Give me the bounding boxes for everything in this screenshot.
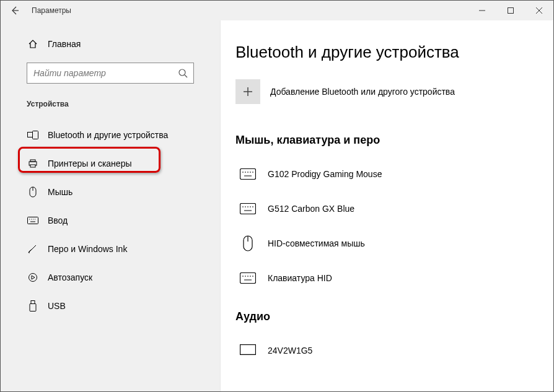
svg-rect-21 [31, 301, 35, 304]
pen-icon [27, 244, 39, 254]
device-item[interactable]: HID-совместимая мышь [235, 226, 553, 261]
device-label: 24V2W1G5 [260, 346, 312, 355]
maximize-button[interactable] [496, 1, 525, 20]
content-area: Bluetooth и другие устройства Добавление… [221, 20, 553, 391]
back-button[interactable] [1, 1, 29, 20]
keyboard-icon [235, 203, 260, 214]
sidebar-home-label: Главная [39, 39, 81, 49]
search-icon [172, 68, 193, 78]
usb-icon [27, 300, 39, 311]
sidebar-item-bluetooth[interactable]: Bluetooth и другие устройства [1, 121, 220, 149]
device-item[interactable]: G102 Prodigy Gaming Mouse [235, 157, 553, 191]
sidebar-home[interactable]: Главная [1, 32, 220, 56]
device-group-title-audio: Аудио [235, 295, 553, 333]
nav-list: Bluetooth и другие устройства Принтеры и… [1, 117, 220, 320]
svg-rect-14 [28, 217, 38, 224]
device-label: HID-совместимая мышь [260, 238, 365, 248]
sidebar-item-label: Bluetooth и другие устройства [39, 130, 168, 140]
svg-point-5 [179, 69, 185, 76]
minimize-icon [479, 7, 485, 14]
arrow-left-icon [10, 6, 20, 15]
sidebar-item-mouse[interactable]: Мышь [1, 178, 220, 206]
svg-rect-10 [30, 160, 35, 162]
sidebar-item-label: Мышь [39, 187, 73, 197]
sidebar-item-typing[interactable]: Ввод [1, 206, 220, 235]
sidebar-item-printers[interactable]: Принтеры и сканеры [1, 149, 220, 178]
keyboard-icon [235, 272, 260, 284]
page-title: Bluetooth и другие устройства [235, 43, 553, 79]
device-item[interactable]: G512 Carbon GX Blue [235, 191, 553, 226]
keyboard-icon [27, 217, 39, 224]
sidebar-item-autoplay[interactable]: Автозапуск [1, 263, 220, 292]
sidebar-item-label: Автозапуск [39, 272, 92, 282]
svg-rect-22 [30, 304, 36, 311]
sidebar-item-pen[interactable]: Перо и Windows Ink [1, 235, 220, 263]
svg-rect-25 [240, 169, 256, 180]
devices-icon [27, 131, 39, 139]
window-controls [468, 1, 553, 20]
sidebar-item-label: Перо и Windows Ink [39, 244, 127, 254]
keyboard-icon [235, 168, 260, 180]
close-button[interactable] [525, 1, 553, 20]
svg-rect-41 [240, 273, 256, 284]
device-item[interactable]: 24V2W1G5 [235, 333, 553, 368]
device-label: G512 Carbon GX Blue [260, 204, 354, 214]
sidebar-section-label: Устройства [1, 84, 220, 117]
maximize-icon [508, 7, 514, 14]
close-icon [536, 7, 542, 14]
device-label: Клавиатура HID [260, 273, 332, 283]
mouse-icon [235, 235, 260, 251]
add-device-label: Добавление Bluetooth или другого устройс… [260, 87, 455, 97]
svg-point-20 [29, 274, 37, 282]
device-label: G102 Prodigy Gaming Mouse [260, 169, 382, 179]
home-icon [27, 39, 39, 49]
printer-icon [27, 159, 39, 168]
svg-rect-2 [508, 8, 514, 14]
plus-icon [235, 79, 260, 104]
svg-rect-48 [240, 345, 256, 355]
search-field[interactable] [27, 63, 194, 84]
minimize-button[interactable] [468, 1, 496, 20]
window-title: Параметры [29, 6, 71, 15]
sidebar-item-usb[interactable]: USB [1, 292, 220, 320]
titlebar: Параметры [1, 1, 553, 20]
monitor-icon [235, 344, 260, 357]
autoplay-icon [27, 272, 39, 282]
device-group-title: Мышь, клавиатура и перо [235, 128, 553, 157]
svg-rect-8 [33, 131, 38, 139]
svg-line-6 [185, 75, 187, 77]
mouse-icon [27, 186, 39, 198]
search-input[interactable] [27, 68, 172, 78]
sidebar-item-label: USB [39, 301, 66, 311]
sidebar-item-label: Ввод [39, 216, 68, 225]
sidebar-item-label: Принтеры и сканеры [39, 159, 131, 168]
sidebar: Главная Устройства Bluetooth и другие ус… [1, 20, 221, 391]
device-item[interactable]: Клавиатура HID [235, 261, 553, 295]
svg-rect-11 [30, 165, 35, 167]
add-device-button[interactable]: Добавление Bluetooth или другого устройс… [235, 79, 553, 104]
svg-rect-32 [240, 204, 256, 214]
